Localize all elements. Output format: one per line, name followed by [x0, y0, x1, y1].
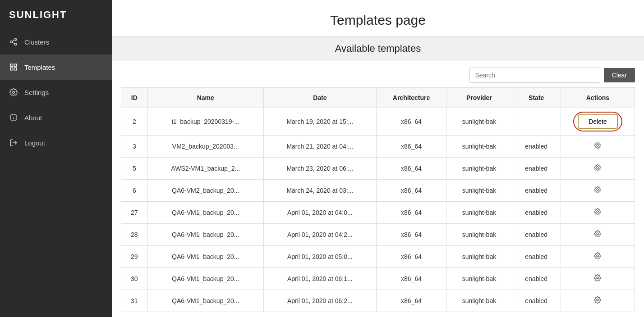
table-row: 28QA6-VM1_backup_20...April 01, 2020 at …: [121, 224, 635, 246]
cell-action[interactable]: [561, 246, 635, 268]
sidebar-item-clusters[interactable]: Clusters: [0, 29, 112, 54]
col-header-id: ID: [121, 88, 148, 108]
cell-architecture: x86_64: [376, 158, 446, 180]
cell-date: March 23, 2020 at 06:...: [263, 158, 376, 180]
svg-point-19: [597, 255, 598, 257]
action-gear-icon[interactable]: [594, 143, 601, 150]
svg-point-21: [597, 299, 598, 301]
col-header-architecture: Architecture: [376, 88, 446, 108]
action-gear-icon[interactable]: [594, 187, 601, 195]
search-input[interactable]: [469, 68, 600, 83]
logout-icon: [9, 138, 18, 147]
sidebar-label-settings: Settings: [24, 89, 49, 96]
svg-point-9: [13, 91, 15, 94]
action-gear-icon[interactable]: [594, 253, 601, 261]
page-title: Templates page: [112, 0, 644, 36]
cell-action[interactable]: [561, 202, 635, 224]
svg-line-4: [12, 40, 14, 41]
cell-id: 27: [121, 202, 148, 224]
cell-date: April 01, 2020 at 06:1...: [263, 268, 376, 290]
cell-date: March 21, 2020 at 04:...: [263, 136, 376, 158]
cell-state: [512, 108, 561, 136]
sidebar-item-about[interactable]: About: [0, 105, 112, 130]
table-container: ID Name Date Architecture Provider State…: [112, 87, 644, 317]
action-gear-icon[interactable]: [594, 165, 601, 172]
share-icon: [9, 37, 18, 46]
cell-name: QA6-VM1_backup_20...: [147, 224, 263, 246]
search-bar: Clear: [112, 61, 644, 87]
cell-name: QA6-VM1_backup_20...: [147, 202, 263, 224]
cell-action[interactable]: [561, 180, 635, 202]
cell-action[interactable]: Delete: [561, 108, 635, 136]
table-row: 5AWS2-VM1_backup_2...March 23, 2020 at 0…: [121, 158, 635, 180]
col-header-date: Date: [263, 88, 376, 108]
sidebar-item-templates[interactable]: Templates: [0, 54, 112, 80]
cell-date: April 01, 2020 at 04:0...: [263, 202, 376, 224]
cell-name: VM2_backup_202003...: [147, 136, 263, 158]
svg-point-16: [597, 189, 598, 190]
main-content: Templates page Available templates Clear…: [112, 0, 644, 317]
info-icon: [9, 113, 18, 122]
svg-point-18: [597, 233, 598, 235]
cell-name: i1_backup_20200319-...: [147, 108, 263, 136]
sidebar-item-settings[interactable]: Settings: [0, 80, 112, 105]
cell-date: April 01, 2020 at 06:2...: [263, 290, 376, 312]
clear-button[interactable]: Clear: [604, 68, 635, 82]
action-gear-icon[interactable]: [594, 209, 601, 217]
table-row: 30QA6-VM1_backup_20...April 01, 2020 at …: [121, 268, 635, 290]
sidebar-item-logout[interactable]: Logout: [0, 130, 112, 155]
cell-action[interactable]: [561, 290, 635, 312]
sidebar-label-clusters: Clusters: [24, 38, 49, 46]
table-header-row: ID Name Date Architecture Provider State…: [121, 88, 635, 108]
cell-action[interactable]: [561, 268, 635, 290]
available-banner: Available templates: [112, 36, 644, 61]
col-header-provider: Provider: [446, 88, 512, 108]
svg-rect-7: [10, 68, 13, 70]
svg-point-0: [14, 39, 17, 41]
cell-architecture: x86_64: [376, 246, 446, 268]
cell-state: enabled: [512, 290, 561, 312]
col-header-name: Name: [147, 88, 263, 108]
table-row: 3VM2_backup_202003...March 21, 2020 at 0…: [121, 136, 635, 158]
cell-action[interactable]: [561, 224, 635, 246]
table-row: 6QA6-VM2_backup_20...March 24, 2020 at 0…: [121, 180, 635, 202]
svg-rect-6: [14, 64, 17, 66]
cell-action[interactable]: [561, 136, 635, 158]
cell-provider: sunlight-bak: [446, 202, 512, 224]
svg-point-15: [597, 167, 598, 168]
cell-provider: sunlight-bak: [446, 268, 512, 290]
cell-architecture: x86_64: [376, 180, 446, 202]
cell-name: AWS2-VM1_backup_2...: [147, 158, 263, 180]
svg-point-1: [10, 41, 13, 43]
grid-icon: [9, 63, 18, 72]
col-header-state: State: [512, 88, 561, 108]
cell-state: enabled: [512, 180, 561, 202]
action-gear-icon[interactable]: [594, 297, 601, 305]
cell-date: March 24, 2020 at 03:...: [263, 180, 376, 202]
cell-state: enabled: [512, 158, 561, 180]
cell-id: 31: [121, 290, 148, 312]
action-gear-icon[interactable]: [594, 231, 601, 239]
svg-point-2: [14, 43, 17, 45]
cell-name: QA6-VM1_backup_20...: [147, 290, 263, 312]
cell-provider: sunlight-bak: [446, 246, 512, 268]
cell-state: enabled: [512, 268, 561, 290]
delete-button[interactable]: Delete: [578, 114, 617, 129]
cell-architecture: x86_64: [376, 136, 446, 158]
cell-id: 28: [121, 224, 148, 246]
cell-id: 5: [121, 158, 148, 180]
cell-id: 29: [121, 246, 148, 268]
svg-point-14: [597, 145, 598, 146]
cell-state: enabled: [512, 136, 561, 158]
cell-provider: sunlight-bak: [446, 180, 512, 202]
templates-table: ID Name Date Architecture Provider State…: [121, 87, 635, 312]
cell-provider: sunlight-bak: [446, 224, 512, 246]
svg-point-17: [597, 211, 598, 213]
cell-provider: sunlight-bak: [446, 136, 512, 158]
sidebar: SUNLIGHT Clusters Templates Settings Abo…: [0, 0, 112, 317]
logo-area: SUNLIGHT: [0, 0, 112, 29]
cell-action[interactable]: [561, 158, 635, 180]
action-gear-icon[interactable]: [594, 275, 601, 283]
app-logo: SUNLIGHT: [9, 9, 67, 20]
table-row: 2i1_backup_20200319-...March 19, 2020 at…: [121, 108, 635, 136]
